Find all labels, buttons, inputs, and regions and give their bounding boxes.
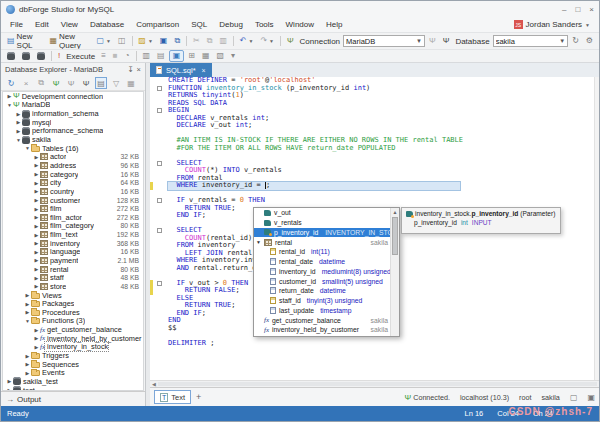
tree-item-sakila[interactable]: ▼sakila xyxy=(3,135,143,144)
scrollbar-thumb[interactable] xyxy=(392,217,398,255)
suggestion-customer-id[interactable]: customer_idsmallint(5) unsigned xyxy=(254,276,390,286)
view-options-icon[interactable]: ▤ xyxy=(95,77,107,89)
tab-close-icon[interactable]: × xyxy=(200,67,206,74)
expand-icon[interactable]: ▶ xyxy=(15,111,22,117)
disconnect-icon[interactable]: Ψ xyxy=(80,77,92,89)
execute-options-icon[interactable]: ≡ xyxy=(98,51,109,61)
save-button[interactable]: ▣ xyxy=(157,36,171,46)
tree-item-procedures[interactable]: ▶Procedures xyxy=(3,308,143,317)
tree-item-store[interactable]: ▶store48 KB xyxy=(3,282,143,291)
expand-icon[interactable]: ▶ xyxy=(6,378,13,384)
menu-tools[interactable]: Tools xyxy=(249,20,280,29)
collapse-icon[interactable]: ▼ xyxy=(24,318,31,324)
connection-select[interactable]: MariaDB▼ xyxy=(343,35,425,47)
security-manager-button[interactable]: ⚙ xyxy=(583,36,596,46)
code-line-7[interactable]: DECLARE v_out int; xyxy=(150,122,599,130)
tree-item-inventory-held-by-customer[interactable]: ▶fxinventory_held_by_customer xyxy=(3,334,143,343)
add-view-button[interactable]: + xyxy=(196,392,201,402)
expand-icon[interactable]: ▶ xyxy=(33,327,40,333)
new-project-button[interactable]: ◫ xyxy=(115,36,129,46)
tree-item-film[interactable]: ▶film272 KB xyxy=(3,204,143,213)
new-sql-button[interactable]: ▤New SQL xyxy=(4,31,45,51)
expand-icon[interactable]: ▶ xyxy=(33,180,40,186)
tree-item-mysql[interactable]: ▶mysql xyxy=(3,118,143,127)
save-all-button[interactable]: ⧉ xyxy=(171,36,183,46)
pin-icon[interactable]: ↧ xyxy=(127,65,133,74)
snippets-button[interactable]: ▧ xyxy=(213,51,227,61)
profiler-button[interactable]: ▥ xyxy=(140,51,154,61)
refresh-database-button[interactable]: ↻ xyxy=(569,36,582,46)
duplicate-icon[interactable]: ⧉ xyxy=(35,77,47,89)
collapse-icon[interactable]: ▼ xyxy=(24,145,31,151)
expand-icon[interactable]: ▶ xyxy=(33,344,40,350)
expand-icon[interactable]: ▶ xyxy=(24,361,31,367)
minimize-button[interactable]: – xyxy=(562,5,566,14)
open-file-button[interactable]: ▨▼ xyxy=(135,36,156,46)
expand-icon[interactable]: ▶ xyxy=(33,283,40,289)
tree-item-get-customer-balance[interactable]: ▶fxget_customer_balance xyxy=(3,325,143,334)
tree-item-information-schema[interactable]: ▶information_schema xyxy=(3,109,143,118)
expand-icon[interactable]: ▶ xyxy=(33,197,40,203)
expand-icon[interactable]: ▶ xyxy=(33,240,40,246)
paste-button[interactable]: ▥ xyxy=(216,36,230,46)
redo-button[interactable]: ↷▼ xyxy=(257,36,277,46)
close-button[interactable]: × xyxy=(589,5,594,14)
menu-help[interactable]: Help xyxy=(320,20,348,29)
fold-toggle-icon[interactable] xyxy=(157,86,162,91)
tree-item-sequences[interactable]: ▶Sequences xyxy=(3,360,143,369)
connect-button[interactable]: Ψ xyxy=(426,36,439,46)
expand-icon[interactable]: ▶ xyxy=(24,309,31,315)
code-line-36[interactable]: DELIMITER ; xyxy=(150,340,599,348)
tree-item-functions-3-[interactable]: ▼Functions (3) xyxy=(3,317,143,326)
hscroll-track[interactable] xyxy=(158,382,597,386)
popup-scrollbar[interactable]: ▲ xyxy=(390,208,399,336)
tree-item-language[interactable]: ▶language16 KB xyxy=(3,248,143,257)
suggestion-v-out[interactable]: v_out xyxy=(254,208,390,218)
new-connection-icon[interactable]: Ψ xyxy=(50,77,62,89)
tree-item-film-text[interactable]: ▶film_text192 KB xyxy=(3,230,143,239)
expand-icon[interactable]: ▶ xyxy=(33,188,40,194)
editor-horizontal-scrollbar[interactable]: ◀ xyxy=(150,380,599,387)
fold-toggle-icon[interactable] xyxy=(157,281,162,286)
pivot-button[interactable]: ▦ xyxy=(199,51,213,61)
code-line-11[interactable] xyxy=(150,152,599,160)
tree-item-address[interactable]: ▶address96 KB xyxy=(3,161,143,170)
suggestion-rental-date[interactable]: rental_datedatetime xyxy=(254,257,390,267)
tree-item-mariadb[interactable]: ▼ΨMariaDB xyxy=(3,101,143,110)
fold-toggle-icon[interactable] xyxy=(157,108,162,113)
panel-close-icon[interactable]: × xyxy=(137,65,141,74)
new-query-button[interactable]: ▦New Query xyxy=(46,31,92,51)
toolbar-overflow-icon[interactable]: ▾ xyxy=(228,51,238,61)
copy-button[interactable]: ⧉ xyxy=(204,36,216,46)
expand-icon[interactable]: ▶ xyxy=(33,154,40,160)
expand-icon[interactable]: ▶ xyxy=(33,335,40,341)
tree-item-category[interactable]: ▶category16 KB xyxy=(3,170,143,179)
expand-icon[interactable]: ▶ xyxy=(15,128,22,134)
expand-icon[interactable]: ▶ xyxy=(33,223,40,229)
code-line-10[interactable]: #FOR THE ITEM OR ALL ROWS HAVE return_da… xyxy=(150,145,599,153)
tree-item-packages[interactable]: ▶Packages xyxy=(3,299,143,308)
tree-item-tables-16-[interactable]: ▼Tables (16) xyxy=(3,144,143,153)
fold-toggle-icon[interactable] xyxy=(157,228,162,233)
expand-icon[interactable]: ▶ xyxy=(33,206,40,212)
text-view-tab[interactable]: T Text xyxy=(154,390,191,404)
code-line-15[interactable]: WHERE inventory_id = ; xyxy=(150,182,599,190)
maximize-button[interactable]: □ xyxy=(575,5,580,14)
tree-item-events[interactable]: ▶Events xyxy=(3,369,143,378)
expand-icon[interactable]: ▶ xyxy=(24,370,31,376)
connection-plug-icon[interactable]: Ψ xyxy=(284,36,297,46)
database-select[interactable]: sakila▼ xyxy=(493,35,569,47)
expand-icon[interactable]: ▶ xyxy=(33,249,40,255)
tree-item-performance-schema[interactable]: ▶performance_schema xyxy=(3,127,143,136)
suggestion-staff-id[interactable]: staff_idtinyint(3) unsigned xyxy=(254,296,390,306)
output-panel-tab[interactable]: → Output xyxy=(1,391,145,406)
collapse-icon[interactable]: ▼ xyxy=(6,102,13,108)
suggestion-p-inventory-id[interactable]: p_inventory_idINVENTORY_IN_STOCK xyxy=(254,228,390,238)
refresh-all-icon[interactable]: ▦ xyxy=(125,77,137,89)
menu-sql[interactable]: SQL xyxy=(185,20,213,29)
explain-button[interactable]: ▤ xyxy=(154,51,168,61)
expand-icon[interactable]: ▶ xyxy=(33,214,40,220)
refresh-icon[interactable]: ↻ xyxy=(5,77,17,89)
tree-item-inventory-in-stock[interactable]: ▶fxinventory_in_stock xyxy=(3,343,143,352)
delete-icon[interactable]: × xyxy=(20,77,32,89)
